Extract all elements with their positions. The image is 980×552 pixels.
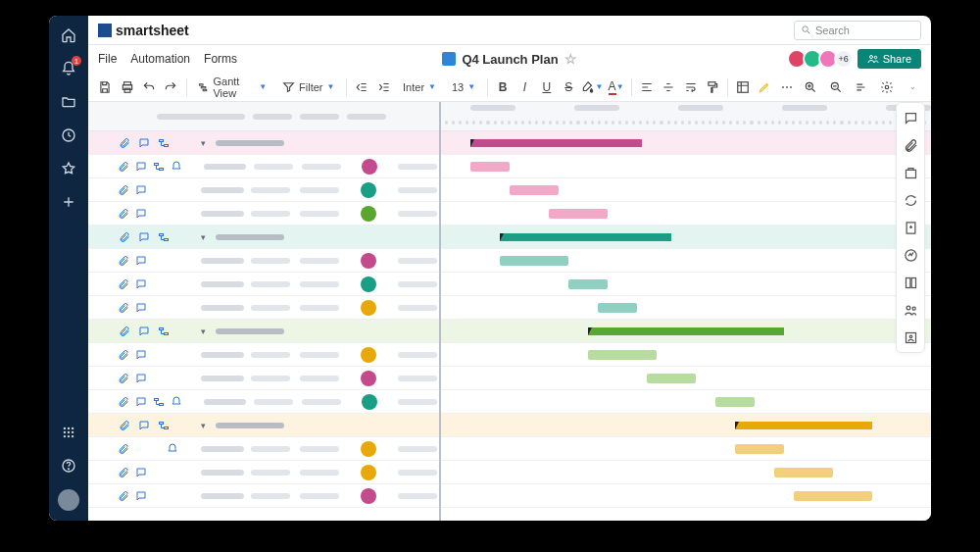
assignee-avatar[interactable]	[361, 206, 376, 222]
summary-icon[interactable]	[902, 274, 919, 291]
comment-icon[interactable]	[135, 372, 147, 385]
gantt-task-bar[interactable]	[510, 185, 559, 195]
predecessor-icon[interactable]	[153, 348, 163, 362]
menu-automation[interactable]: Automation	[130, 52, 190, 66]
comment-icon[interactable]	[135, 442, 145, 456]
comment-icon[interactable]	[135, 183, 147, 197]
gantt-task-bar[interactable]	[715, 397, 755, 407]
attachment-icon[interactable]	[118, 419, 131, 432]
browse-icon[interactable]	[59, 92, 78, 112]
reminder-icon[interactable]	[169, 372, 178, 385]
gantt-task-bar[interactable]	[735, 444, 784, 454]
align-left-icon[interactable]	[638, 76, 656, 98]
wrap-text-icon[interactable]	[681, 76, 699, 98]
more-toolbar-icon[interactable]: ⋯	[778, 76, 796, 98]
reminder-icon[interactable]	[169, 277, 178, 291]
assignee-avatar[interactable]	[362, 394, 377, 410]
attachment-icon[interactable]	[118, 254, 129, 268]
gantt-summary-bar[interactable]	[470, 139, 642, 147]
task-row[interactable]	[88, 390, 439, 414]
predecessor-icon[interactable]	[151, 442, 161, 456]
attachment-icon[interactable]	[118, 489, 129, 503]
gantt-task-bar[interactable]	[774, 468, 833, 477]
assignee-avatar[interactable]	[361, 371, 376, 386]
attachment-icon[interactable]	[118, 348, 129, 362]
attachment-icon[interactable]	[118, 442, 129, 456]
gantt-task-bar[interactable]	[500, 256, 568, 266]
task-row[interactable]	[88, 155, 439, 178]
attachment-icon[interactable]	[118, 301, 129, 315]
task-row[interactable]	[88, 296, 439, 320]
attachments-icon[interactable]	[902, 136, 919, 154]
gantt-task-bar[interactable]	[588, 350, 657, 360]
predecessor-icon[interactable]	[153, 489, 163, 503]
attachment-icon[interactable]	[118, 183, 129, 197]
global-search[interactable]: Search	[794, 21, 921, 40]
task-row[interactable]	[88, 367, 439, 390]
predecessor-icon[interactable]	[153, 301, 163, 315]
assignee-avatar[interactable]	[361, 182, 376, 198]
expand-toggle-icon[interactable]: ▾	[196, 326, 210, 336]
brandfolder-icon[interactable]	[902, 328, 919, 346]
filter-dropdown[interactable]: Filter ▼	[276, 76, 340, 98]
comment-icon[interactable]	[135, 301, 147, 315]
gantt-task-bar[interactable]	[647, 374, 696, 383]
attachment-icon[interactable]	[118, 277, 129, 291]
comment-icon[interactable]	[135, 160, 147, 174]
comment-icon[interactable]	[135, 348, 147, 362]
reminder-icon[interactable]	[171, 395, 182, 409]
create-icon[interactable]	[59, 192, 78, 212]
collaborator-more[interactable]: +6	[834, 49, 854, 69]
fill-color-icon[interactable]: ▼	[581, 76, 603, 98]
predecessor-icon[interactable]	[157, 136, 171, 150]
reminder-icon[interactable]	[167, 442, 178, 456]
reminder-icon[interactable]	[169, 301, 178, 315]
predecessor-icon[interactable]	[153, 395, 165, 409]
parent-row[interactable]: ▾	[88, 131, 439, 155]
assignee-avatar[interactable]	[361, 300, 376, 316]
format-paint-icon[interactable]	[704, 76, 721, 98]
assignee-avatar[interactable]	[361, 253, 376, 269]
work-insights-icon[interactable]	[902, 301, 919, 319]
proofs-icon[interactable]	[902, 164, 919, 181]
gantt-task-bar[interactable]	[794, 491, 872, 501]
assignee-avatar[interactable]	[362, 159, 377, 175]
home-icon[interactable]	[59, 25, 78, 45]
reminder-icon[interactable]	[169, 348, 178, 362]
gantt-summary-bar[interactable]	[735, 422, 872, 429]
assignee-avatar[interactable]	[361, 465, 376, 480]
settings-icon[interactable]	[876, 76, 898, 98]
conditional-format-icon[interactable]	[734, 76, 752, 98]
gantt-task-bar[interactable]	[470, 162, 510, 172]
attachment-icon[interactable]	[118, 207, 129, 221]
gantt-summary-bar[interactable]	[500, 233, 671, 241]
activity-log-icon[interactable]	[902, 246, 919, 264]
comment-icon[interactable]	[135, 254, 147, 268]
predecessor-icon[interactable]	[153, 160, 165, 174]
expand-toggle-icon[interactable]: ▾	[196, 138, 210, 148]
gantt-task-bar[interactable]	[598, 303, 637, 313]
attachment-icon[interactable]	[118, 136, 131, 150]
predecessor-icon[interactable]	[153, 277, 163, 291]
predecessor-icon[interactable]	[157, 325, 171, 338]
font-size-dropdown[interactable]: 13▼	[446, 76, 481, 98]
predecessor-icon[interactable]	[153, 183, 163, 197]
reminder-icon[interactable]	[169, 254, 178, 268]
attachment-icon[interactable]	[118, 230, 131, 244]
reminder-icon[interactable]	[169, 207, 178, 221]
favorite-star-icon[interactable]: ☆	[564, 51, 577, 67]
highlight-changes-icon[interactable]	[756, 76, 773, 98]
reminder-icon[interactable]	[169, 466, 178, 479]
bold-icon[interactable]: B	[494, 76, 512, 98]
task-row[interactable]	[88, 249, 439, 273]
gantt-task-bar[interactable]	[568, 279, 608, 289]
comment-icon[interactable]	[135, 466, 147, 479]
account-avatar[interactable]	[58, 489, 79, 511]
assignee-avatar[interactable]	[361, 441, 376, 457]
predecessor-icon[interactable]	[157, 419, 171, 432]
publish-icon[interactable]	[902, 219, 919, 236]
comment-icon[interactable]	[137, 325, 151, 338]
reminder-icon[interactable]	[169, 183, 178, 197]
comment-icon[interactable]	[137, 136, 151, 150]
menu-file[interactable]: File	[98, 52, 117, 66]
